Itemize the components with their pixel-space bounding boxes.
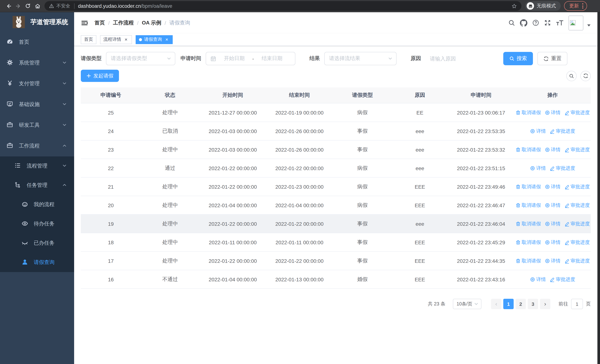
- progress-link[interactable]: 审批进度: [564, 220, 590, 227]
- chevron-down-icon: [62, 81, 67, 87]
- security-chip[interactable]: 不安全: [49, 3, 70, 9]
- breadcrumb-item[interactable]: 首页: [94, 19, 105, 26]
- sidebar-fold-button[interactable]: [81, 19, 88, 27]
- fullscreen-button[interactable]: [544, 19, 551, 26]
- github-icon: [520, 19, 527, 27]
- detail-link[interactable]: 详情: [544, 183, 561, 190]
- prev-page-button[interactable]: ‹: [491, 299, 501, 309]
- security-label: 不安全: [56, 3, 70, 9]
- cell-reason: EEE: [392, 233, 448, 252]
- page-button-3[interactable]: 3: [528, 299, 538, 309]
- sidebar-item-infrastructure[interactable]: 基础设施: [0, 94, 74, 115]
- detail-link[interactable]: 详情: [544, 257, 561, 264]
- sidebar-item-my-process[interactable]: 我的流程: [0, 195, 74, 214]
- page-button-1[interactable]: 1: [503, 299, 514, 309]
- progress-link[interactable]: 审批进度: [550, 276, 575, 283]
- cancel-leave-link[interactable]: 取消请假: [515, 109, 541, 116]
- apply-time-range-picker[interactable]: 开始日期 - 结束日期: [206, 52, 295, 65]
- cell-leave-type: 婚假: [333, 270, 392, 289]
- browser-forward-button[interactable]: [13, 1, 23, 11]
- search-button[interactable]: 搜索: [503, 52, 533, 65]
- cell-id: 17: [81, 252, 141, 270]
- browser-home-button[interactable]: [33, 1, 42, 11]
- cancel-leave-link[interactable]: 取消请假: [515, 183, 541, 190]
- address-bar[interactable]: 不安全 dashboard.yudao.iocoder.cn/bpm/oa/le…: [45, 1, 521, 11]
- cancel-leave-link[interactable]: 取消请假: [515, 146, 541, 153]
- font-size-button[interactable]: [556, 20, 564, 26]
- detail-link[interactable]: 详情: [544, 239, 561, 246]
- create-leave-button[interactable]: 发起请假: [81, 70, 119, 82]
- progress-link[interactable]: 审批进度: [564, 109, 590, 116]
- detail-link[interactable]: 详情: [530, 165, 546, 171]
- browser-back-button[interactable]: [4, 1, 13, 11]
- start-date-placeholder: 开始日期: [219, 55, 249, 62]
- progress-link[interactable]: 审批进度: [564, 183, 590, 190]
- detail-link[interactable]: 详情: [530, 128, 546, 134]
- toggle-search-button[interactable]: [566, 71, 577, 81]
- help-button[interactable]: [532, 19, 539, 26]
- result-select[interactable]: 请选择流结果: [324, 52, 396, 65]
- sidebar-item-label: 我的流程: [34, 201, 67, 208]
- sidebar-item-workflow[interactable]: 工作流程: [0, 136, 74, 156]
- cancel-leave-link[interactable]: 取消请假: [515, 220, 541, 227]
- pen-icon: [550, 277, 555, 282]
- navbar-right: [508, 15, 591, 30]
- cancel-leave-link[interactable]: 取消请假: [515, 239, 541, 246]
- cancel-leave-link[interactable]: 取消请假: [515, 202, 541, 208]
- page-button-2[interactable]: 2: [516, 299, 526, 309]
- cancel-leave-link[interactable]: 取消请假: [515, 257, 541, 264]
- user-icon: [21, 259, 28, 266]
- refresh-table-button[interactable]: [580, 71, 591, 81]
- progress-link[interactable]: 审批进度: [564, 257, 590, 264]
- leave-type-select[interactable]: 请选择请假类型: [106, 52, 175, 65]
- search-icon: [508, 19, 515, 26]
- detail-link[interactable]: 详情: [544, 109, 561, 116]
- tab-首页[interactable]: 首页: [81, 35, 96, 44]
- progress-link[interactable]: 审批进度: [564, 202, 590, 208]
- close-icon[interactable]: ×: [123, 37, 129, 42]
- sidebar: 芋道管理系统 首页系统管理支付管理基础设施研发工具工作流程流程管理任务管理我的流…: [0, 12, 74, 364]
- browser-update-button[interactable]: 更新: [564, 1, 587, 11]
- right-scrollbar[interactable]: [597, 12, 600, 364]
- sidebar-item-process-mgmt[interactable]: 流程管理: [0, 156, 74, 176]
- detail-link[interactable]: 详情: [530, 276, 546, 283]
- sidebar-item-leave-query[interactable]: 请假查询: [0, 253, 74, 272]
- user-avatar[interactable]: [569, 15, 583, 30]
- sidebar-item-task-mgmt[interactable]: 任务管理: [0, 176, 74, 195]
- bookmark-star-icon[interactable]: [511, 3, 517, 9]
- sidebar-item-system[interactable]: 系统管理: [0, 53, 74, 73]
- page-size-select[interactable]: 10条/页: [453, 299, 481, 309]
- sidebar-item-todo-tasks[interactable]: 待办任务: [0, 214, 74, 233]
- browser-menu-icon[interactable]: [582, 3, 583, 9]
- progress-link[interactable]: 审批进度: [550, 165, 575, 171]
- detail-link[interactable]: 详情: [544, 146, 561, 153]
- tab-label: 流程详情: [103, 36, 121, 43]
- github-link[interactable]: [520, 19, 527, 27]
- row-actions: 取消请假详情审批进度: [514, 183, 591, 190]
- progress-link[interactable]: 审批进度: [564, 239, 590, 246]
- close-icon[interactable]: ×: [164, 37, 169, 42]
- tab-流程详情[interactable]: 流程详情×: [100, 35, 132, 44]
- sidebar-item-payment[interactable]: 支付管理: [0, 73, 74, 94]
- user-menu-caret-icon[interactable]: [587, 21, 591, 28]
- cell-apply-time: 2022-01-22 23:44:35: [448, 252, 514, 270]
- tab-请假查询[interactable]: 请假查询×: [136, 35, 173, 44]
- goto-page-input[interactable]: [571, 299, 583, 309]
- breadcrumb-item[interactable]: 工作流程: [113, 19, 134, 26]
- cell-end-time: 2022-01-26 00:00:00: [266, 122, 333, 140]
- reason-input[interactable]: [425, 52, 494, 65]
- action-label: 审批进度: [571, 257, 590, 264]
- browser-reload-button[interactable]: [23, 1, 33, 11]
- progress-link[interactable]: 审批进度: [564, 146, 590, 153]
- progress-link[interactable]: 审批进度: [550, 128, 575, 134]
- sidebar-item-done-tasks[interactable]: 已办任务: [0, 233, 74, 253]
- reset-button[interactable]: 重置: [537, 52, 567, 65]
- next-page-button[interactable]: ›: [540, 299, 550, 309]
- detail-link[interactable]: 详情: [544, 202, 561, 208]
- detail-link[interactable]: 详情: [544, 220, 561, 227]
- breadcrumb-item[interactable]: OA 示例: [142, 19, 161, 26]
- sidebar-item-devtools[interactable]: 研发工具: [0, 115, 74, 136]
- pen-icon: [564, 221, 569, 226]
- header-search-button[interactable]: [508, 19, 515, 26]
- sidebar-item-home[interactable]: 首页: [0, 32, 74, 53]
